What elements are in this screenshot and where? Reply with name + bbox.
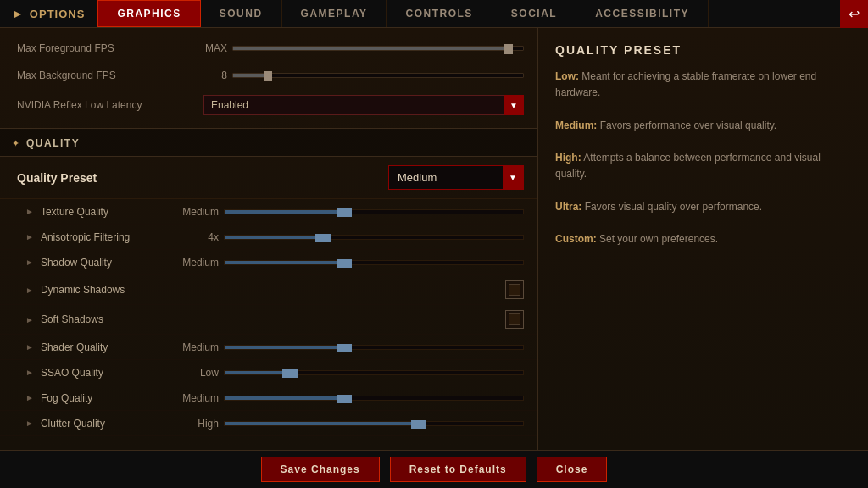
top-navigation: ► OPTIONS GRAPHICS SOUND GAMEPLAY CONTRO… [0,0,868,28]
tab-controls[interactable]: CONTROLS [387,0,492,27]
back-button[interactable]: ↩ [840,0,868,28]
options-button[interactable]: ► OPTIONS [0,0,97,27]
right-panel: QUALITY PRESET Low: Meant for achieving … [538,28,868,450]
desc-low-text: Meant for achieving a stable framerate o… [555,70,816,98]
desc-low-label: Low: [555,70,579,82]
fog-quality-slider[interactable] [224,396,524,401]
texture-quality-chevron-icon: ► [25,207,34,216]
desc-high-label: High: [555,152,581,164]
reset-defaults-button[interactable]: Reset to Defaults [390,457,526,482]
texture-quality-value: Medium [176,206,219,218]
anisotropic-filtering-slider[interactable] [224,235,524,240]
clutter-quality-row: ► Clutter Quality High [0,411,537,436]
nvidia-reflex-select[interactable]: Enabled Disabled Enabled + Boost [203,95,524,115]
fps-section: Max Foreground FPS MAX Max Background FP… [0,28,537,125]
texture-quality-label: Texture Quality [41,206,176,218]
dynamic-shadows-checkbox[interactable] [505,280,524,299]
tab-graphics[interactable]: GRAPHICS [97,0,200,27]
desc-custom-text: Set your own preferences. [597,233,718,245]
max-foreground-fps-value: MAX [203,42,227,54]
desc-medium-text: Favors performance over visual quality. [597,119,776,131]
ssao-quality-row: ► SSAO Quality Low [0,360,537,385]
desc-ultra-text: Favors visual quality over performance. [581,201,762,213]
ssao-quality-slider[interactable] [224,370,524,375]
preset-descriptions: Low: Meant for achieving a stable framer… [555,69,851,247]
anisotropic-filtering-label: Anisotropic Filtering [41,231,176,243]
settings-scroll[interactable]: Max Foreground FPS MAX Max Background FP… [0,28,537,450]
quality-preset-label: Quality Preset [17,171,388,185]
dynamic-shadows-row: ► Dynamic Shadows [0,275,537,305]
max-background-fps-label: Max Background FPS [17,69,203,81]
dynamic-shadows-checkbox-inner [509,284,520,296]
desc-custom-label: Custom: [555,233,597,245]
clutter-quality-slider[interactable] [224,421,524,426]
soft-shadows-checkbox[interactable] [505,310,524,329]
quality-preset-row: Quality Preset Low Medium High Ultra Cus… [0,157,537,199]
tab-social[interactable]: SOCIAL [492,0,576,27]
soft-shadows-checkbox-inner [509,313,520,325]
anisotropic-chevron-icon: ► [25,232,34,241]
shadow-quality-slider[interactable] [224,260,524,265]
tab-accessibility[interactable]: ACCESSIBILITY [576,0,709,27]
save-changes-button[interactable]: Save Changes [261,457,380,482]
nvidia-reflex-label: NVIDIA Reflex Low Latency [17,99,203,111]
max-foreground-fps-row: Max Foreground FPS MAX [0,35,537,62]
shader-quality-row: ► Shader Quality Medium [0,335,537,360]
dynamic-shadows-chevron-icon: ► [25,286,34,295]
fog-quality-label: Fog Quality [41,392,176,404]
anisotropic-filtering-row: ► Anisotropic Filtering 4x [0,225,537,250]
shadow-quality-label: Shadow Quality [41,257,176,269]
shadow-quality-row: ► Shadow Quality Medium [0,250,537,275]
desc-medium-label: Medium: [555,119,597,131]
soft-shadows-chevron-icon: ► [25,315,34,324]
ssao-quality-value: Low [176,367,219,379]
anisotropic-filtering-value: 4x [176,231,219,243]
shader-quality-chevron-icon: ► [25,342,34,352]
max-foreground-fps-slider[interactable] [232,46,524,51]
ssao-quality-label: SSAO Quality [41,367,176,379]
fog-quality-chevron-icon: ► [25,393,34,402]
shadow-quality-value: Medium [176,257,219,269]
tab-sound[interactable]: SOUND [201,0,282,27]
quality-preset-title: QUALITY PRESET [555,43,851,57]
close-button[interactable]: Close [537,457,608,482]
nvidia-reflex-dropdown-container: Enabled Disabled Enabled + Boost ▼ [203,95,524,115]
max-background-fps-value: 8 [203,69,227,81]
texture-quality-row: ► Texture Quality Medium [0,199,537,225]
bottom-bar: Save Changes Reset to Defaults Close [0,450,868,488]
tab-gameplay[interactable]: GAMEPLAY [282,0,387,27]
clutter-quality-value: High [176,418,219,430]
quality-section-header: ✦ QUALITY [0,128,537,157]
max-background-fps-row: Max Background FPS 8 [0,62,537,89]
shader-quality-slider[interactable] [224,345,524,350]
quality-section-title: QUALITY [26,137,80,149]
max-background-fps-slider[interactable] [232,73,524,78]
options-label: OPTIONS [30,8,86,20]
nvidia-reflex-row: NVIDIA Reflex Low Latency Enabled Disabl… [0,89,537,121]
ssao-quality-chevron-icon: ► [25,368,34,377]
main-content: Max Foreground FPS MAX Max Background FP… [0,28,868,450]
shader-quality-label: Shader Quality [41,341,176,353]
shader-quality-value: Medium [176,341,219,353]
desc-ultra-label: Ultra: [555,201,581,213]
max-foreground-fps-label: Max Foreground FPS [17,42,203,54]
quality-star-icon: ✦ [12,138,19,149]
quality-preset-select[interactable]: Low Medium High Ultra Custom [389,166,523,189]
soft-shadows-label: Soft Shadows [41,313,176,325]
quality-preset-dropdown-container: Low Medium High Ultra Custom ▼ [388,165,524,190]
nav-tabs: GRAPHICS SOUND GAMEPLAY CONTROLS SOCIAL … [97,0,840,27]
options-arrow-icon: ► [12,7,25,20]
clutter-quality-label: Clutter Quality [41,418,176,430]
soft-shadows-row: ► Soft Shadows [0,305,537,335]
texture-quality-slider[interactable] [224,209,524,214]
left-panel: Max Foreground FPS MAX Max Background FP… [0,28,538,450]
desc-high-text: Attempts a balance between performance a… [555,152,821,180]
shadow-quality-chevron-icon: ► [25,258,34,267]
dynamic-shadows-label: Dynamic Shadows [41,284,176,296]
fog-quality-value: Medium [176,392,219,404]
fog-quality-row: ► Fog Quality Medium [0,385,537,411]
clutter-quality-chevron-icon: ► [25,419,34,428]
